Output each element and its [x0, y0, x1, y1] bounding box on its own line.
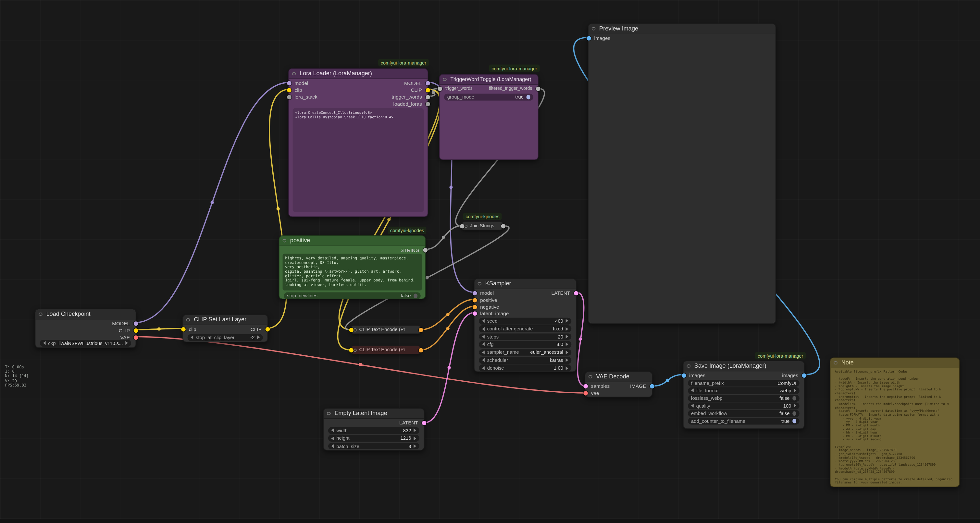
clip-input-port-dot[interactable]: [348, 348, 353, 352]
batch-size-widget[interactable]: batch_size3: [328, 443, 419, 449]
latent-port-dot[interactable]: [574, 291, 578, 296]
node-clip-text-encode-positive[interactable]: CLIP Text Encode (Pr: [350, 325, 422, 334]
conditioning-output-port-dot[interactable]: [418, 328, 423, 332]
string-port-dot[interactable]: [438, 87, 442, 91]
collapse-dot-icon[interactable]: [592, 27, 595, 30]
increment-arrow-icon[interactable]: [414, 429, 416, 433]
latent-image-input-port[interactable]: latent_image: [474, 310, 509, 317]
increment-arrow-icon[interactable]: [414, 436, 416, 440]
collapse-dot-icon[interactable]: [443, 78, 446, 81]
group-mode-widget[interactable]: group_modetrue: [444, 94, 533, 100]
images-input-port[interactable]: images: [589, 35, 610, 41]
toggle-icon[interactable]: [792, 419, 796, 423]
control-after-generate-widget[interactable]: control after generatefixed: [479, 325, 571, 332]
decrement-arrow-icon[interactable]: [482, 327, 485, 331]
node-load-checkpoint[interactable]: Load Checkpoint MODEL CLIP VAE ckpt_name…: [35, 309, 136, 348]
prompt-textarea[interactable]: highres, very detailed, amazing quality,…: [282, 254, 422, 290]
increment-arrow-icon[interactable]: [257, 336, 260, 339]
node-empty-latent-image[interactable]: Empty Latent Image LATENT width832 heigh…: [323, 408, 424, 451]
clip-port-dot[interactable]: [265, 327, 270, 332]
decrement-arrow-icon[interactable]: [331, 444, 334, 448]
node-preview-image[interactable]: Preview Image images: [588, 23, 776, 324]
increment-arrow-icon[interactable]: [794, 389, 796, 393]
image-port-dot[interactable]: [802, 373, 807, 378]
toggle-icon[interactable]: [413, 293, 417, 298]
decrement-arrow-icon[interactable]: [43, 341, 46, 345]
collapse-dot-icon[interactable]: [477, 282, 481, 285]
decrement-arrow-icon[interactable]: [691, 389, 694, 393]
lora-stack-input-port[interactable]: lora_stack: [289, 94, 317, 100]
embed-workflow-widget[interactable]: embed_workflowfalse: [688, 410, 799, 417]
samples-input-port[interactable]: samples: [585, 383, 609, 390]
node-title-bar[interactable]: Lora Loader (LoraManager): [289, 69, 428, 79]
collapse-dot-icon[interactable]: [834, 361, 837, 365]
increment-arrow-icon[interactable]: [566, 358, 568, 362]
steps-widget[interactable]: steps20: [479, 333, 571, 340]
model-output-port[interactable]: MODEL: [404, 80, 428, 87]
lora-stack-port-dot[interactable]: [286, 95, 291, 100]
collapse-dot-icon[interactable]: [39, 312, 42, 316]
node-save-image[interactable]: Save Image (LoraManager) images images f…: [683, 361, 805, 429]
image-output-port[interactable]: IMAGE: [630, 383, 652, 390]
toggle-icon[interactable]: [792, 411, 796, 415]
image-port-dot[interactable]: [649, 384, 654, 389]
clip-port-dot[interactable]: [134, 328, 138, 333]
toggle-icon[interactable]: [526, 95, 530, 99]
loras-text-widget[interactable]: <lora:CreateConcept_Illustrious:0.8> <lo…: [293, 108, 424, 212]
string-port-dot[interactable]: [423, 248, 428, 253]
clip-port-dot[interactable]: [425, 88, 430, 92]
filename-prefix-widget[interactable]: filename_prefixComfyUI: [688, 380, 799, 386]
node-join-strings[interactable]: Join Strings: [461, 222, 504, 230]
string-output-port[interactable]: STRING: [401, 247, 425, 254]
file-format-widget[interactable]: file_formatwebp: [688, 387, 799, 394]
conditioning-port-dot[interactable]: [472, 298, 477, 303]
lossless-webp-widget[interactable]: lossless_webpfalse: [688, 395, 799, 401]
node-title-bar[interactable]: positive: [280, 236, 425, 246]
decrement-arrow-icon[interactable]: [482, 343, 485, 347]
collapse-dot-icon[interactable]: [327, 412, 331, 415]
vae-port-dot[interactable]: [583, 391, 587, 396]
collapse-dot-icon[interactable]: [353, 328, 357, 332]
node-title-bar[interactable]: Preview Image: [589, 24, 775, 34]
model-port-dot[interactable]: [425, 81, 430, 86]
collapse-dot-icon[interactable]: [589, 375, 592, 379]
model-port-dot[interactable]: [472, 291, 477, 296]
scheduler-widget[interactable]: schedulerkarras: [479, 357, 571, 363]
clip-port-dot[interactable]: [286, 88, 291, 92]
latent-port-dot[interactable]: [422, 421, 426, 425]
decrement-arrow-icon[interactable]: [482, 334, 485, 339]
trigger-words-output-port[interactable]: trigger_words: [391, 94, 428, 100]
add-counter-widget[interactable]: add_counter_to_filenametrue: [688, 418, 799, 424]
node-title-bar[interactable]: Empty Latent Image: [324, 409, 424, 419]
images-output-port[interactable]: images: [782, 372, 804, 379]
string-port-dot[interactable]: [425, 95, 430, 100]
collapse-dot-icon[interactable]: [292, 72, 296, 75]
node-title-bar[interactable]: KSampler: [474, 279, 576, 289]
node-clip-set-last-layer[interactable]: CLIP Set Last Layer clip CLIP stop_at_cl…: [183, 314, 268, 342]
decrement-arrow-icon[interactable]: [691, 404, 694, 408]
collapse-dot-icon[interactable]: [282, 239, 286, 242]
clip-output-port[interactable]: CLIP: [119, 327, 136, 334]
model-input-port[interactable]: model: [474, 290, 494, 297]
node-title-bar[interactable]: CLIP Set Last Layer: [183, 315, 267, 325]
strip-newlines-widget[interactable]: strip_newlinesfalse: [284, 292, 421, 299]
graph-canvas[interactable]: comfyui-lora-manager comfyui-lora-manage…: [0, 0, 980, 523]
seed-widget[interactable]: seed409: [479, 318, 571, 324]
node-title-bar[interactable]: Save Image (LoraManager): [684, 361, 804, 371]
node-title-bar[interactable]: TriggerWord Toggle (LoraManager): [439, 74, 538, 85]
node-note[interactable]: Note Available filename_prefix Pattern C…: [830, 358, 959, 487]
increment-arrow-icon[interactable]: [566, 350, 568, 354]
cfg-widget[interactable]: cfg8.0: [479, 341, 571, 347]
quality-widget[interactable]: quality100: [688, 403, 799, 409]
model-input-port[interactable]: model: [289, 80, 309, 87]
positive-input-port[interactable]: positive: [474, 297, 497, 303]
toggle-icon[interactable]: [792, 396, 796, 401]
string-output-port-dot[interactable]: [501, 224, 506, 228]
node-title-bar[interactable]: VAE Decode: [585, 372, 652, 382]
node-title-bar[interactable]: Note: [830, 358, 959, 368]
node-graph[interactable]: comfyui-lora-manager comfyui-lora-manage…: [0, 0, 980, 523]
model-port-dot[interactable]: [286, 81, 291, 86]
node-vae-decode[interactable]: VAE Decode samples vae IMAGE: [585, 372, 652, 398]
latent-port-dot[interactable]: [472, 311, 477, 316]
latent-output-port[interactable]: LATENT: [551, 290, 576, 297]
